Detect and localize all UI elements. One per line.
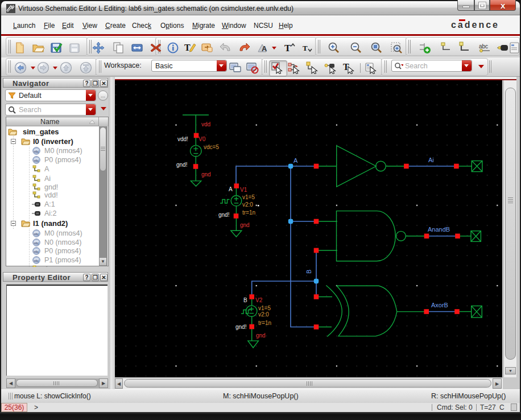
svg-text:obj: obj: [34, 250, 39, 253]
svg-text:obj: obj: [34, 232, 39, 236]
svg-text:v1=5: v1=5: [242, 194, 255, 200]
svg-text:obj: obj: [34, 150, 39, 153]
svg-text:vdd!: vdd!: [177, 136, 188, 142]
svg-text:A: A: [262, 44, 267, 53]
svg-text:obj: obj: [34, 159, 39, 162]
svg-text:V2: V2: [255, 297, 263, 303]
svg-text:V1: V1: [240, 187, 247, 193]
svg-text:AnandB: AnandB: [428, 226, 450, 233]
svg-text:Ai: Ai: [428, 157, 434, 163]
svg-text:gnd: gnd: [240, 222, 250, 228]
svg-text:B: B: [305, 270, 312, 274]
svg-text:obj: obj: [34, 241, 39, 245]
svg-text:gnd!: gnd!: [176, 162, 187, 168]
svg-text:obj: obj: [34, 259, 39, 262]
svg-text:gnd: gnd: [256, 332, 266, 339]
svg-text:tr=1n: tr=1n: [258, 320, 271, 326]
svg-text:V0: V0: [199, 136, 206, 142]
svg-text:T: T: [284, 43, 291, 53]
svg-text:vdd: vdd: [201, 121, 210, 127]
svg-text:gnd!: gnd!: [235, 324, 246, 330]
svg-text:abc: abc: [479, 43, 488, 50]
svg-text:B: B: [243, 297, 247, 303]
svg-text:gnd!: gnd!: [218, 212, 229, 218]
svg-text:A: A: [293, 157, 298, 164]
svg-text:v1=5: v1=5: [258, 305, 271, 311]
svg-text:A: A: [229, 186, 233, 192]
svg-text:AxorB: AxorB: [431, 302, 448, 308]
svg-text:T: T: [184, 43, 191, 52]
svg-text:vdc=5: vdc=5: [204, 144, 219, 150]
svg-text:tr=1n: tr=1n: [242, 209, 255, 216]
svg-text:v2:0: v2:0: [258, 311, 269, 318]
svg-text:T: T: [303, 44, 308, 52]
svg-text:v2:0: v2:0: [242, 201, 253, 208]
svg-text:gnd: gnd: [201, 171, 211, 178]
